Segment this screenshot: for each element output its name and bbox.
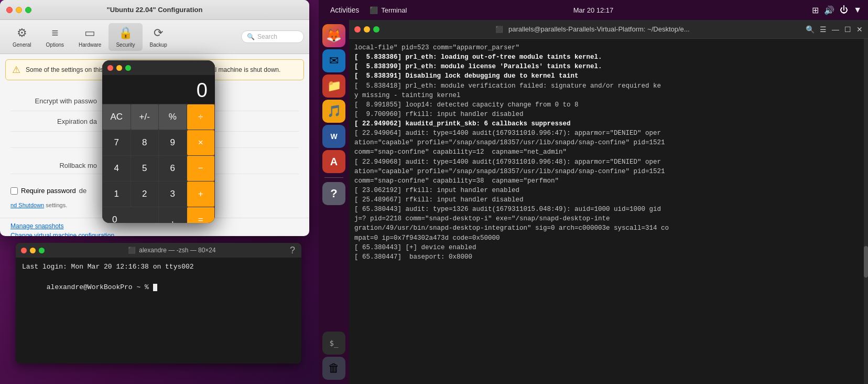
calc-equals[interactable]: = bbox=[187, 207, 215, 223]
power-icon[interactable]: ⏻ bbox=[840, 5, 848, 15]
manage-snapshots-link[interactable]: Manage snapshots bbox=[10, 222, 299, 230]
ubuntu-datetime: Mar 20 12:17 bbox=[573, 6, 614, 14]
change-config-link[interactable]: Change virtual machine configuration bbox=[10, 232, 299, 236]
term-main-line-17: [ 65.380443] audit: type=1326 audit(1679… bbox=[354, 205, 863, 214]
shutdown-link[interactable]: nd Shutdown bbox=[10, 202, 44, 208]
toolbar-options-label: Options bbox=[46, 42, 64, 48]
search-box[interactable]: 🔍 Search bbox=[241, 30, 304, 43]
window-title: "Ubuntu 22.04" Configuration bbox=[107, 6, 203, 14]
terminal-main-title: ⬛ parallels@parallels-Parallels-Virtual-… bbox=[383, 25, 802, 33]
ubuntu-terminal-button[interactable]: ⬛ Terminal bbox=[364, 4, 412, 16]
calc-min-button[interactable] bbox=[116, 65, 122, 71]
term-main-line-22: [ 65.380447] baseport: 0x8000 bbox=[354, 252, 863, 262]
calc-percent[interactable]: % bbox=[159, 104, 187, 130]
term-main-line-8: [ 22.949062] kauditd_printk_skb: 6 callb… bbox=[354, 119, 863, 129]
calc-multiply[interactable]: × bbox=[187, 130, 215, 155]
close-button[interactable] bbox=[6, 7, 13, 13]
term-main-max[interactable] bbox=[373, 26, 379, 33]
sidebar-item-firefox[interactable]: 🦊 bbox=[322, 24, 345, 47]
sidebar-item-rhythmbox[interactable]: 🎵 bbox=[322, 100, 345, 123]
terminal-small-help-icon[interactable]: ? bbox=[290, 245, 295, 256]
terminal-small-icon: ⬛ bbox=[370, 6, 378, 14]
sidebar-item-appstore[interactable]: A bbox=[322, 150, 345, 173]
terminal-type-icon: ⬛ bbox=[495, 26, 503, 33]
search-terminal-icon[interactable]: 🔍 bbox=[806, 25, 815, 34]
toolbar-hardware[interactable]: ▭ Hardware bbox=[71, 23, 108, 51]
network-icon[interactable]: ⊞ bbox=[812, 5, 819, 15]
term-main-line-6: [ 8.991855] loop14: detected capacity ch… bbox=[354, 100, 863, 110]
calculator-window: 0 AC +/- % ÷ 7 8 9 × 4 5 6 − 1 2 3 + 0 ,… bbox=[102, 60, 215, 223]
sidebar-item-word[interactable]: W bbox=[322, 125, 345, 148]
activities-button[interactable]: Activities bbox=[325, 4, 364, 16]
settings-dropdown-icon[interactable]: ▼ bbox=[853, 5, 862, 15]
scrollbar-thumb[interactable] bbox=[864, 246, 868, 278]
toolbar-backup[interactable]: ⟳ Backup bbox=[143, 23, 175, 51]
toolbar-general-label: General bbox=[13, 42, 31, 48]
search-placeholder: Search bbox=[257, 33, 277, 40]
term-main-line-5: y missing - tainting kernel bbox=[354, 91, 863, 100]
sidebar-item-thunderbird[interactable]: ✉ bbox=[322, 49, 345, 72]
calc-7[interactable]: 7 bbox=[103, 130, 131, 155]
term-max-button[interactable] bbox=[39, 248, 45, 253]
sidebar-divider bbox=[324, 177, 343, 178]
search-icon: 🔍 bbox=[247, 33, 255, 40]
require-password-checkbox[interactable] bbox=[10, 187, 18, 195]
maximize-button[interactable] bbox=[25, 7, 31, 13]
term-main-close[interactable] bbox=[354, 26, 361, 33]
term-main-line-11: comm="snap-confine" capability=12 capnam… bbox=[354, 147, 863, 157]
hardware-icon: ▭ bbox=[84, 26, 95, 40]
calc-1[interactable]: 1 bbox=[103, 182, 131, 207]
calc-max-button[interactable] bbox=[125, 65, 131, 71]
calc-3[interactable]: 3 bbox=[159, 182, 187, 207]
calc-buttons: AC +/- % ÷ 7 8 9 × 4 5 6 − 1 2 3 + 0 , = bbox=[102, 104, 215, 223]
calc-decimal[interactable]: , bbox=[159, 207, 187, 223]
terminal-main-content[interactable]: local-file" pid=523 comm="apparmor_parse… bbox=[349, 39, 868, 384]
calc-6[interactable]: 6 bbox=[159, 156, 187, 181]
shutdown-note-text: settings. bbox=[46, 202, 67, 208]
minimize-button[interactable] bbox=[16, 7, 22, 13]
calc-plusminus[interactable]: +/- bbox=[131, 104, 159, 130]
calc-4[interactable]: 4 bbox=[103, 156, 131, 181]
term-main-line-10: ation="capable" profile="/snap/snapd/183… bbox=[354, 138, 863, 147]
calc-5[interactable]: 5 bbox=[131, 156, 159, 181]
terminal-small-content[interactable]: Last login: Mon Mar 20 12:16:38 on ttys0… bbox=[16, 258, 301, 307]
calc-ac[interactable]: AC bbox=[103, 104, 131, 130]
toolbar-security[interactable]: 🔒 Security bbox=[108, 23, 142, 51]
toolbar-general[interactable]: ⚙ General bbox=[5, 23, 39, 51]
trash-icon: 🗑 bbox=[328, 361, 340, 375]
calc-0[interactable]: 0 bbox=[103, 207, 158, 223]
sidebar-item-trash[interactable]: 🗑 bbox=[322, 357, 345, 380]
sidebar-item-terminal[interactable]: $_ bbox=[322, 332, 345, 355]
term-main-line-16: [ 25.489667] rfkill: input handler disab… bbox=[354, 195, 863, 205]
toolbar-options[interactable]: ≡ Options bbox=[39, 23, 71, 51]
calc-titlebar bbox=[102, 60, 215, 75]
term-main-min[interactable] bbox=[364, 26, 370, 33]
toolbar-hardware-label: Hardware bbox=[79, 42, 101, 48]
calc-9[interactable]: 9 bbox=[159, 130, 187, 155]
scrollbar-track bbox=[864, 39, 868, 384]
toolbar-security-label: Security bbox=[116, 42, 135, 48]
term-min-button[interactable] bbox=[30, 248, 36, 253]
term-main-line-12: [ 22.949068] audit: type=1400 audit(1679… bbox=[354, 157, 863, 167]
calc-divide[interactable]: ÷ bbox=[187, 104, 215, 130]
ubuntu-window: Activities ⬛ Terminal Mar 20 12:17 ⊞ 🔊 ⏻… bbox=[319, 0, 868, 384]
term-main-line-0: local-file" pid=523 comm="apparmor_parse… bbox=[354, 43, 863, 52]
calc-2[interactable]: 2 bbox=[131, 182, 159, 207]
term-main-line-13: ation="capable" profile="/snap/snapd/183… bbox=[354, 167, 863, 176]
terminal-main-actions: 🔍 ☰ — ☐ ✕ bbox=[806, 25, 863, 34]
sidebar-item-files[interactable]: 📁 bbox=[322, 74, 345, 98]
shutdown-note: nd Shutdown settings. bbox=[10, 202, 67, 208]
sidebar-item-help[interactable]: ? bbox=[322, 182, 345, 205]
term-main-line-4: [ 5.838418] prl_eth: module verification… bbox=[354, 81, 863, 91]
terminal-close-icon[interactable]: ✕ bbox=[856, 25, 863, 34]
calc-plus[interactable]: + bbox=[187, 182, 215, 207]
calc-close-button[interactable] bbox=[107, 65, 113, 71]
calc-8[interactable]: 8 bbox=[131, 130, 159, 155]
term-main-line-15: [ 23.062192] rfkill: input handler enabl… bbox=[354, 186, 863, 195]
hamburger-icon[interactable]: ☰ bbox=[820, 25, 827, 34]
terminal-minimize-icon[interactable]: — bbox=[832, 25, 839, 34]
volume-icon[interactable]: 🔊 bbox=[824, 5, 834, 15]
calc-minus[interactable]: − bbox=[187, 156, 215, 181]
terminal-restore-icon[interactable]: ☐ bbox=[844, 25, 851, 34]
term-close-button[interactable] bbox=[21, 248, 27, 253]
